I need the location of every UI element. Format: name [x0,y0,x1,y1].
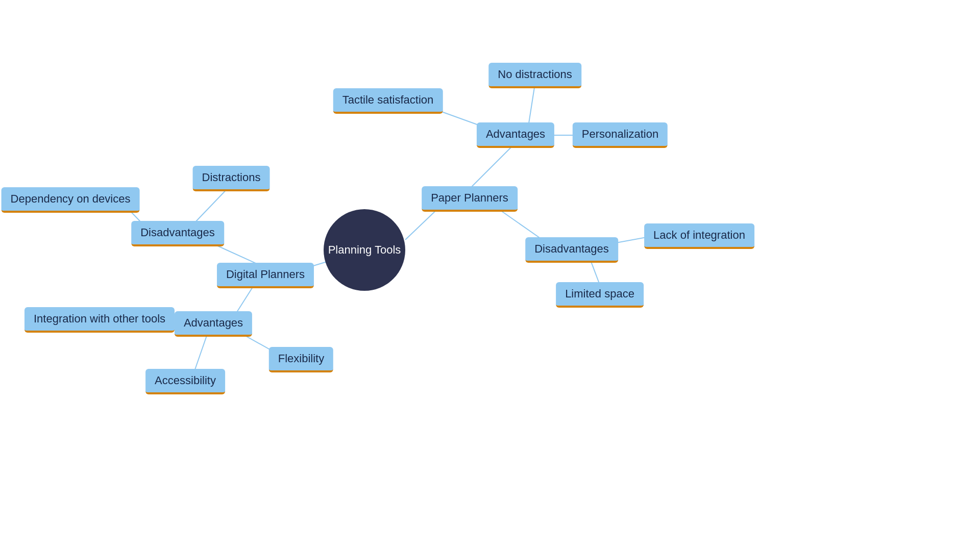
paper-disadvantages-node: Disadvantages [525,237,618,263]
accessibility-node: Accessibility [145,369,225,394]
lack-of-integration-node: Lack of integration [644,223,754,249]
digital-disadvantages-label: Disadvantages [131,221,224,246]
svg-line-14 [194,336,207,372]
flexibility-node: Flexibility [269,347,333,372]
limited-space-node: Limited space [556,282,644,308]
svg-line-2 [470,143,516,189]
paper-planners-node: Paper Planners [422,186,518,212]
lack-of-integration-label: Lack of integration [644,223,754,249]
center-label: Planning Tools [324,209,405,291]
dependency-on-devices-label: Dependency on devices [2,187,140,213]
personalization-node: Personalization [573,122,668,148]
center-node: Planning Tools [324,209,405,291]
distractions-label: Distractions [193,166,270,191]
digital-disadvantages-node: Disadvantages [131,221,224,246]
integration-with-other-tools-node: Integration with other tools [24,307,175,333]
no-distractions-node: No distractions [488,63,581,88]
paper-planners-label: Paper Planners [422,186,518,212]
paper-advantages-label: Advantages [477,122,554,148]
personalization-label: Personalization [573,122,668,148]
digital-advantages-node: Advantages [175,311,252,337]
integration-with-other-tools-label: Integration with other tools [24,307,175,333]
dependency-on-devices-node: Dependency on devices [2,187,140,213]
digital-planners-node: Digital Planners [217,263,314,288]
svg-line-5 [528,84,535,127]
flexibility-label: Flexibility [269,347,333,372]
tactile-satisfaction-node: Tactile satisfaction [333,88,443,114]
digital-planners-label: Digital Planners [217,263,314,288]
svg-line-11 [194,186,230,223]
digital-advantages-label: Advantages [175,311,252,337]
limited-space-label: Limited space [556,282,644,308]
accessibility-label: Accessibility [145,369,225,394]
distractions-node: Distractions [193,166,270,191]
paper-disadvantages-label: Disadvantages [525,237,618,263]
paper-advantages-node: Advantages [477,122,554,148]
tactile-satisfaction-label: Tactile satisfaction [333,88,443,114]
no-distractions-label: No distractions [488,63,581,88]
